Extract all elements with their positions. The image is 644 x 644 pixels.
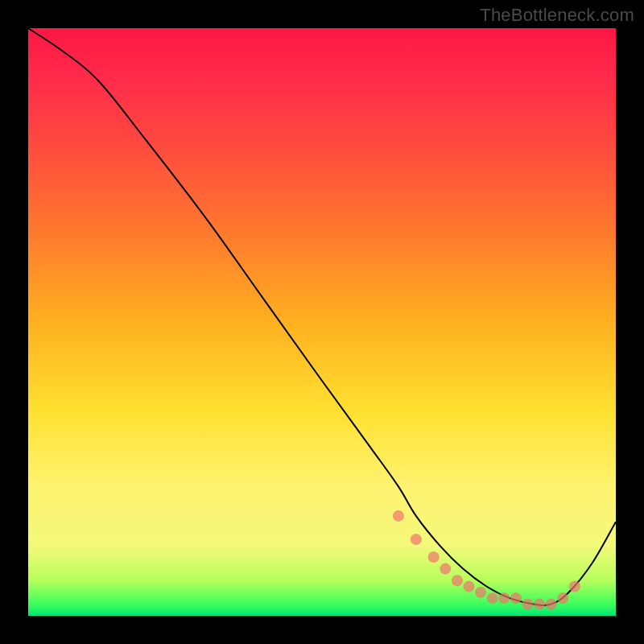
marker-dot [393,510,404,522]
marker-dot [546,598,557,609]
marker-dot [534,598,545,609]
marker-dot [569,581,580,592]
marker-dot [452,575,463,586]
marker-dot [487,592,498,604]
plot-area [28,28,616,616]
marker-dot [440,564,451,575]
attribution-text: TheBottleneck.com [480,5,634,26]
marker-dot [475,587,486,598]
chart-frame: TheBottleneck.com [0,0,644,644]
marker-dot [411,534,422,545]
marker-dot [510,592,522,604]
marker-dot [464,581,475,592]
optimal-zone-dots [28,28,616,616]
marker-dot [522,598,534,609]
marker-dot [498,592,510,604]
marker-dot [428,551,440,563]
marker-dot [557,592,568,604]
